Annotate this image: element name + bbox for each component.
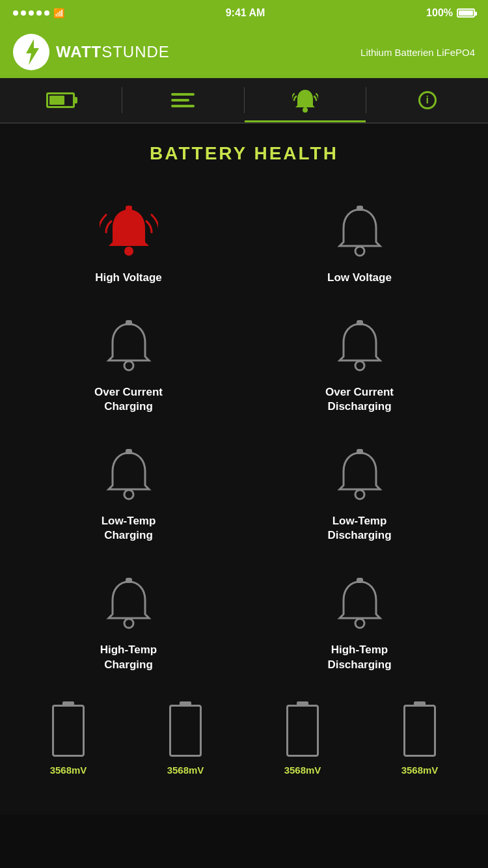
status-right: 100% <box>426 7 475 19</box>
wifi-icon: 📶 <box>53 8 64 18</box>
svg-rect-2 <box>126 206 132 211</box>
tab-chart[interactable] <box>122 78 244 122</box>
battery-tab-icon <box>46 92 75 108</box>
alert-grid: High Voltage Low Voltage O <box>0 190 488 692</box>
alert-high-voltage-label: High Voltage <box>95 271 162 285</box>
alert-over-current-charging[interactable]: Over CurrentCharging <box>13 305 244 433</box>
logo-circle <box>13 34 49 70</box>
svg-rect-8 <box>357 320 363 325</box>
cell-2: 3568mV <box>130 705 241 776</box>
tab-battery[interactable] <box>0 78 122 122</box>
alert-high-temp-charging[interactable]: High-TempCharging <box>13 562 244 691</box>
bell-low-voltage <box>331 203 389 262</box>
section-title: BATTERY HEALTH <box>0 137 488 170</box>
bell-low-temp-discharging <box>331 446 389 505</box>
cell-4-battery-icon <box>403 705 436 757</box>
chart-tab-icon <box>171 93 195 107</box>
logo-text: WATTSTUNDE <box>56 43 170 61</box>
info-tab-icon: i <box>418 91 437 109</box>
status-left: 📶 <box>13 8 64 18</box>
battery-icon <box>457 8 475 18</box>
tab-info[interactable]: i <box>366 78 488 122</box>
svg-rect-6 <box>126 320 132 325</box>
bell-inactive-icon-7 <box>331 575 389 634</box>
svg-rect-14 <box>126 578 132 583</box>
alert-low-voltage[interactable]: Low Voltage <box>244 190 475 305</box>
svg-point-5 <box>124 361 133 370</box>
cell-grid: 3568mV 3568mV 3568mV 3568mV <box>0 692 488 802</box>
bell-inactive-icon-5 <box>331 446 389 505</box>
signal-dots <box>13 10 49 16</box>
bell-over-current-discharging <box>331 318 389 376</box>
main-content: BATTERY HEALTH <box>0 124 488 815</box>
alert-low-temp-charging[interactable]: Low-TempCharging <box>13 433 244 562</box>
alert-low-voltage-label: Low Voltage <box>327 271 392 285</box>
bell-inactive-icon <box>331 203 389 262</box>
bell-high-voltage <box>100 203 158 262</box>
alert-over-current-discharging[interactable]: Over CurrentDischarging <box>244 305 475 433</box>
alert-high-voltage[interactable]: High Voltage <box>13 190 244 305</box>
svg-point-7 <box>355 361 364 370</box>
svg-point-0 <box>303 107 308 113</box>
tab-alerts[interactable] <box>245 78 366 122</box>
svg-point-13 <box>124 619 133 628</box>
bell-inactive-icon-6 <box>100 575 158 634</box>
bell-inactive-icon-2 <box>100 318 158 376</box>
cell-3-battery-icon <box>286 705 319 757</box>
alert-high-temp-discharging[interactable]: High-TempDischarging <box>244 562 475 691</box>
bell-active-icon <box>100 203 158 262</box>
cell-4-label: 3568mV <box>401 765 439 776</box>
bell-inactive-icon-4 <box>100 446 158 505</box>
battery-percent: 100% <box>426 7 453 19</box>
cell-4: 3568mV <box>364 705 475 776</box>
alert-low-temp-discharging[interactable]: Low-TempDischarging <box>244 433 475 562</box>
bell-over-current-charging <box>100 318 158 376</box>
status-bar: 📶 9:41 AM 100% <box>0 0 488 26</box>
bell-low-temp-charging <box>100 446 158 505</box>
logo-bolt-icon <box>21 39 42 65</box>
cell-1-label: 3568mV <box>50 765 87 776</box>
alert-high-temp-discharging-label: High-TempDischarging <box>327 643 391 671</box>
tab-bar: i <box>0 78 488 124</box>
app-header: WATTSTUNDE Lithium Batterien LiFePO4 <box>0 26 488 78</box>
svg-point-15 <box>355 619 364 628</box>
status-time: 9:41 AM <box>226 7 265 19</box>
bell-tab-icon <box>292 87 318 113</box>
svg-point-3 <box>355 247 364 256</box>
cell-1-battery-icon <box>52 705 85 757</box>
svg-point-11 <box>355 490 364 499</box>
cell-2-label: 3568mV <box>167 765 204 776</box>
svg-point-9 <box>124 490 133 499</box>
cell-3-label: 3568mV <box>284 765 321 776</box>
alert-high-temp-charging-label: High-TempCharging <box>100 643 157 671</box>
bell-inactive-icon-3 <box>331 318 389 376</box>
svg-rect-10 <box>126 449 132 454</box>
alert-low-temp-discharging-label: Low-TempDischarging <box>327 514 391 543</box>
cell-2-battery-icon <box>169 705 202 757</box>
header-subtitle: Lithium Batterien LiFePO4 <box>360 47 475 58</box>
bell-high-temp-discharging <box>331 575 389 634</box>
logo-area: WATTSTUNDE <box>13 34 170 70</box>
bell-high-temp-charging <box>100 575 158 634</box>
cell-3: 3568mV <box>247 705 358 776</box>
svg-rect-16 <box>357 578 363 583</box>
svg-rect-4 <box>357 206 363 211</box>
svg-point-1 <box>124 247 133 256</box>
alert-over-current-charging-label: Over CurrentCharging <box>94 385 163 414</box>
cell-1: 3568mV <box>13 705 124 776</box>
alert-low-temp-charging-label: Low-TempCharging <box>102 514 156 543</box>
svg-rect-12 <box>357 449 363 454</box>
alert-over-current-discharging-label: Over CurrentDischarging <box>325 385 394 414</box>
